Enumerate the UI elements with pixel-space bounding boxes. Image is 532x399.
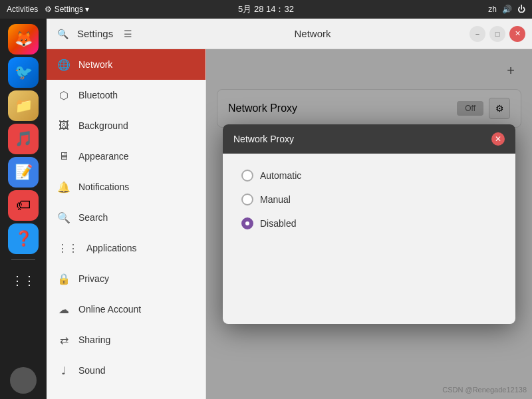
sidebar-item-sharing[interactable]: ⇄ Sharing	[47, 325, 205, 355]
activities-label[interactable]: Activities	[7, 5, 38, 14]
applications-icon: ⋮⋮	[57, 242, 78, 255]
hamburger-button[interactable]: ☰	[118, 25, 137, 43]
power-icon[interactable]: ⏻	[517, 5, 525, 14]
window-titlebar: 🔍 Settings ☰ Network − □ ✕	[47, 19, 532, 49]
online-accounts-icon: ☁	[57, 303, 70, 316]
dock-icon-writer[interactable]: 📝	[8, 157, 39, 188]
radio-circle-disabled	[241, 217, 253, 229]
sidebar-label-appearance: Appearance	[78, 151, 129, 162]
modal-overlay[interactable]: Network Proxy ✕ Automatic Manual	[206, 49, 532, 399]
dock-icon-firefox[interactable]: 🦊	[8, 24, 39, 55]
modal-title: Network Proxy	[233, 134, 294, 144]
bluetooth-icon: ⬡	[57, 89, 70, 102]
sidebar-label-privacy: Privacy	[78, 273, 109, 284]
dock: 🦊 🐦 📁 🎵 📝 🏷 ❓ ⋮⋮	[0, 19, 47, 399]
top-bar-left: Activities ⚙ Settings ▾	[7, 5, 89, 14]
sound-icon: ♩	[57, 364, 70, 377]
radio-disabled[interactable]: Disabled	[241, 217, 497, 229]
dock-icon-user[interactable]	[10, 367, 37, 394]
privacy-icon: 🔒	[57, 273, 70, 285]
sidebar-item-applications[interactable]: ⋮⋮ Applications	[47, 233, 205, 263]
radio-label-automatic: Automatic	[260, 170, 301, 181]
radio-automatic[interactable]: Automatic	[241, 170, 497, 182]
lang-label[interactable]: zh	[488, 5, 497, 14]
dock-icon-files[interactable]: 📁	[8, 90, 39, 121]
top-bar-right: zh 🔊 ⏻	[488, 5, 525, 14]
sidebar-item-background[interactable]: 🖼 Background	[47, 110, 205, 141]
maximize-button[interactable]: □	[489, 26, 505, 42]
main-content: + Network Proxy Off ⚙ Network Proxy ✕	[206, 49, 532, 399]
modal-titlebar: Network Proxy ✕	[223, 124, 515, 154]
sidebar-item-network[interactable]: 🌐 Network	[47, 49, 205, 80]
close-button[interactable]: ✕	[509, 26, 525, 42]
modal-close-button[interactable]: ✕	[491, 132, 505, 146]
dock-icon-ubuntu-software[interactable]: 🏷	[8, 190, 39, 221]
radio-manual[interactable]: Manual	[241, 194, 497, 205]
sidebar-item-online-accounts[interactable]: ☁ Online Account	[47, 294, 205, 325]
modal-network-proxy: Network Proxy ✕ Automatic Manual	[223, 124, 515, 324]
content-area: 🌐 Network ⬡ Bluetooth 🖼 Background 🖥 App…	[47, 49, 532, 399]
sidebar-label-network: Network	[78, 59, 112, 70]
sidebar: 🌐 Network ⬡ Bluetooth 🖼 Background 🖥 App…	[47, 49, 206, 399]
volume-icon[interactable]: 🔊	[502, 5, 512, 14]
dock-icon-apps[interactable]: ⋮⋮	[8, 265, 39, 296]
dock-separator	[11, 259, 35, 260]
titlebar-left: 🔍 Settings ☰	[53, 25, 137, 43]
sharing-icon: ⇄	[57, 334, 70, 346]
radio-label-manual: Manual	[260, 194, 291, 205]
titlebar-right: − □ ✕	[469, 26, 525, 42]
appearance-icon: 🖥	[57, 150, 70, 162]
main-window: 🔍 Settings ☰ Network − □ ✕ 🌐 Network ⬡ B…	[47, 19, 532, 399]
search-button[interactable]: 🔍	[53, 25, 72, 43]
radio-label-disabled: Disabled	[260, 218, 296, 229]
sidebar-item-privacy[interactable]: 🔒 Privacy	[47, 263, 205, 294]
sidebar-label-applications: Applications	[86, 243, 137, 253]
notifications-icon: 🔔	[57, 181, 70, 194]
sidebar-label-sound: Sound	[78, 365, 105, 376]
dock-icon-help[interactable]: ❓	[8, 223, 39, 254]
modal-body: Automatic Manual Disabled	[223, 154, 515, 245]
sidebar-item-appearance[interactable]: 🖥 Appearance	[47, 141, 205, 172]
sidebar-label-search: Search	[78, 212, 108, 223]
settings-title: Settings	[77, 28, 113, 39]
sidebar-item-search[interactable]: 🔍 Search	[47, 202, 205, 233]
sidebar-item-sound[interactable]: ♩ Sound	[47, 355, 205, 386]
network-icon: 🌐	[57, 59, 70, 71]
top-bar: Activities ⚙ Settings ▾ 5月 28 14：32 zh 🔊…	[0, 0, 532, 19]
dock-icon-thunderbird[interactable]: 🐦	[8, 57, 39, 88]
sidebar-item-bluetooth[interactable]: ⬡ Bluetooth	[47, 80, 205, 110]
window-title: Network	[294, 28, 331, 39]
top-bar-datetime: 5月 28 14：32	[238, 3, 294, 15]
sidebar-label-background: Background	[78, 120, 128, 131]
sidebar-label-sharing: Sharing	[78, 334, 110, 345]
radio-circle-automatic	[241, 170, 253, 182]
search-icon: 🔍	[57, 211, 70, 224]
radio-circle-manual	[241, 194, 253, 205]
dock-icon-rhythmbox[interactable]: 🎵	[8, 124, 39, 154]
sidebar-label-notifications: Notifications	[78, 182, 129, 192]
sidebar-item-notifications[interactable]: 🔔 Notifications	[47, 172, 205, 202]
settings-label: ⚙ Settings ▾	[45, 5, 89, 14]
sidebar-label-bluetooth: Bluetooth	[78, 90, 118, 100]
background-icon: 🖼	[57, 120, 70, 132]
sidebar-label-online-accounts: Online Account	[78, 304, 141, 315]
minimize-button[interactable]: −	[469, 26, 485, 42]
